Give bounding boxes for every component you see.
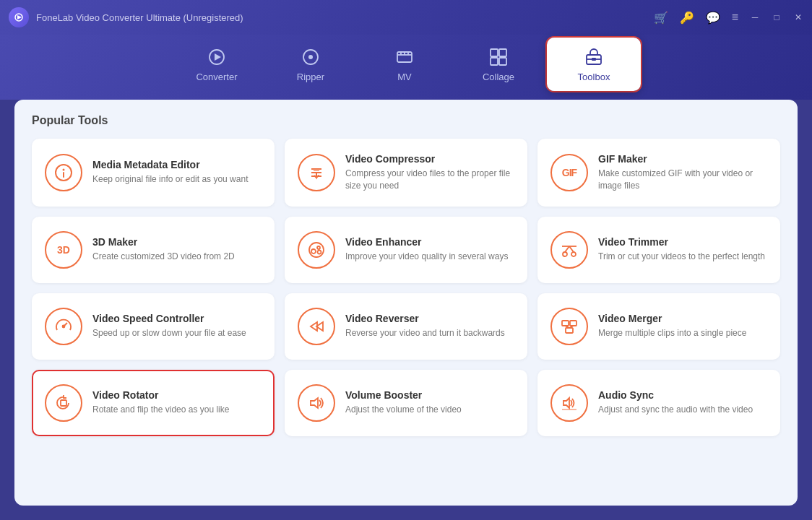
content-area: Popular Tools Media Metadata Editor Keep…	[14, 100, 798, 506]
tool-card-video-trimmer[interactable]: Video Trimmer Trim or cut your videos to…	[537, 217, 780, 283]
video-trimmer-info: Video Trimmer Trim or cut your videos to…	[598, 236, 767, 263]
title-bar-controls: 🛒 🔑 💬 ≡ ─ □ ✕	[654, 11, 803, 25]
tool-card-video-enhancer[interactable]: Video Enhancer Improve your video qualit…	[285, 217, 527, 283]
app-window: FoneLab Video Converter Ultimate (Unregi…	[0, 0, 812, 520]
svg-marker-44	[311, 398, 318, 408]
video-reverser-icon	[298, 308, 335, 345]
svg-line-31	[565, 246, 569, 252]
audio-sync-info: Audio Sync Adjust and sync the audio wit…	[598, 389, 767, 416]
svg-point-27	[317, 246, 320, 249]
3d-maker-info: 3D Maker Create customized 3D video from…	[92, 236, 262, 263]
close-button[interactable]: ✕	[793, 12, 803, 22]
video-compressor-name: Video Compressor	[345, 153, 514, 165]
media-metadata-editor-info: Media Metadata Editor Keep original file…	[92, 159, 262, 186]
video-merger-info: Video Merger Merge multiple clips into a…	[598, 313, 767, 339]
video-compressor-icon	[298, 154, 335, 191]
gif-maker-icon: GIF	[550, 154, 588, 191]
title-bar: FoneLab Video Converter Ultimate (Unregi…	[0, 0, 812, 35]
audio-sync-name: Audio Sync	[598, 389, 767, 401]
svg-rect-12	[499, 49, 506, 56]
video-speed-controller-info: Video Speed Controller Speed up or slow …	[92, 313, 262, 339]
svg-rect-11	[491, 49, 498, 56]
video-rotator-desc: Rotate and flip the video as you like	[92, 404, 262, 416]
svg-marker-45	[563, 398, 569, 408]
volume-booster-name: Volume Booster	[345, 389, 514, 401]
nav-item-ripper[interactable]: Ripper	[264, 38, 358, 91]
svg-rect-39	[570, 321, 576, 326]
3d-maker-desc: Create customized 3D video from 2D	[92, 251, 262, 263]
svg-rect-38	[562, 321, 569, 326]
volume-booster-icon	[298, 384, 335, 422]
3d-maker-name: 3D Maker	[92, 236, 262, 248]
svg-point-26	[311, 249, 316, 254]
video-reverser-info: Video Reverser Reverse your video and tu…	[345, 313, 514, 339]
video-merger-name: Video Merger	[598, 313, 767, 324]
video-enhancer-info: Video Enhancer Improve your video qualit…	[345, 236, 514, 263]
nav-item-mv[interactable]: MV	[358, 38, 452, 91]
volume-booster-info: Volume Booster Adjust the volume of the …	[345, 389, 514, 416]
video-compressor-info: Video Compressor Compress your video fil…	[345, 153, 514, 192]
svg-rect-13	[491, 58, 498, 65]
minimize-button[interactable]: ─	[750, 12, 760, 22]
chat-icon[interactable]: 💬	[706, 11, 720, 25]
gif-maker-desc: Make customized GIF with your video or i…	[598, 168, 767, 192]
tool-card-video-merger[interactable]: Video Merger Merge multiple clips into a…	[537, 293, 780, 360]
media-metadata-editor-icon	[45, 154, 82, 191]
video-enhancer-desc: Improve your video quality in several wa…	[345, 251, 514, 263]
audio-sync-icon	[550, 384, 588, 422]
video-trimmer-icon	[550, 231, 588, 269]
svg-rect-14	[499, 58, 506, 65]
svg-rect-40	[566, 328, 573, 333]
gif-maker-info: GIF Maker Make customized GIF with your …	[598, 153, 767, 192]
volume-booster-desc: Adjust the volume of the video	[345, 404, 514, 416]
svg-point-35	[63, 325, 65, 327]
svg-rect-43	[61, 400, 66, 406]
tool-card-gif-maker[interactable]: GIF GIF Maker Make customized GIF with y…	[537, 139, 780, 207]
video-trimmer-name: Video Trimmer	[598, 236, 767, 248]
app-title: FoneLab Video Converter Ultimate (Unregi…	[36, 12, 654, 23]
app-logo	[9, 7, 29, 27]
tool-card-video-speed-controller[interactable]: Video Speed Controller Speed up or slow …	[32, 293, 275, 360]
svg-point-5	[308, 55, 313, 59]
cart-icon[interactable]: 🛒	[654, 11, 668, 25]
video-trimmer-desc: Trim or cut your videos to the perfect l…	[598, 251, 767, 263]
maximize-button[interactable]: □	[772, 12, 782, 22]
video-speed-controller-name: Video Speed Controller	[92, 313, 262, 324]
menu-icon[interactable]: ≡	[732, 11, 738, 24]
media-metadata-editor-desc: Keep original file info or edit as you w…	[92, 173, 262, 186]
3d-maker-icon: 3D	[45, 231, 82, 269]
nav-item-collage[interactable]: Collage	[452, 38, 545, 91]
svg-marker-3	[215, 53, 221, 61]
video-compressor-desc: Compress your video files to the proper …	[345, 168, 514, 192]
media-metadata-editor-name: Media Metadata Editor	[92, 159, 262, 170]
video-merger-icon	[550, 308, 588, 345]
video-merger-desc: Merge multiple clips into a single piece	[598, 327, 767, 339]
nav-item-toolbox[interactable]: Toolbox	[547, 38, 641, 91]
tools-grid: Media Metadata Editor Keep original file…	[32, 139, 780, 436]
tool-card-video-rotator[interactable]: Video Rotator Rotate and flip the video …	[32, 370, 275, 436]
svg-point-30	[571, 252, 576, 256]
tool-card-audio-sync[interactable]: Audio Sync Adjust and sync the audio wit…	[537, 370, 780, 436]
video-reverser-name: Video Reverser	[345, 313, 514, 324]
video-enhancer-name: Video Enhancer	[345, 236, 514, 248]
section-title: Popular Tools	[32, 114, 780, 127]
video-speed-controller-icon	[45, 308, 82, 345]
key-icon[interactable]: 🔑	[680, 11, 694, 25]
svg-rect-17	[592, 58, 596, 61]
svg-point-29	[563, 252, 567, 256]
tool-card-volume-booster[interactable]: Volume Booster Adjust the volume of the …	[285, 370, 527, 436]
tool-card-video-compressor[interactable]: Video Compressor Compress your video fil…	[285, 139, 527, 207]
nav-bar: Converter Ripper MV	[0, 35, 812, 100]
svg-point-28	[318, 250, 321, 254]
video-rotator-info: Video Rotator Rotate and flip the video …	[92, 389, 262, 416]
video-reverser-desc: Reverse your video and turn it backwards	[345, 327, 514, 339]
audio-sync-desc: Adjust and sync the audio with the video	[598, 404, 767, 416]
tool-card-3d-maker[interactable]: 3D 3D Maker Create customized 3D video f…	[32, 217, 275, 283]
svg-line-32	[569, 246, 574, 252]
nav-item-toolbox-border: Toolbox	[545, 36, 642, 92]
svg-marker-1	[17, 15, 22, 20]
tool-card-media-metadata-editor[interactable]: Media Metadata Editor Keep original file…	[32, 139, 275, 207]
nav-item-converter[interactable]: Converter	[170, 38, 264, 91]
video-rotator-name: Video Rotator	[92, 389, 262, 401]
tool-card-video-reverser[interactable]: Video Reverser Reverse your video and tu…	[285, 293, 527, 360]
